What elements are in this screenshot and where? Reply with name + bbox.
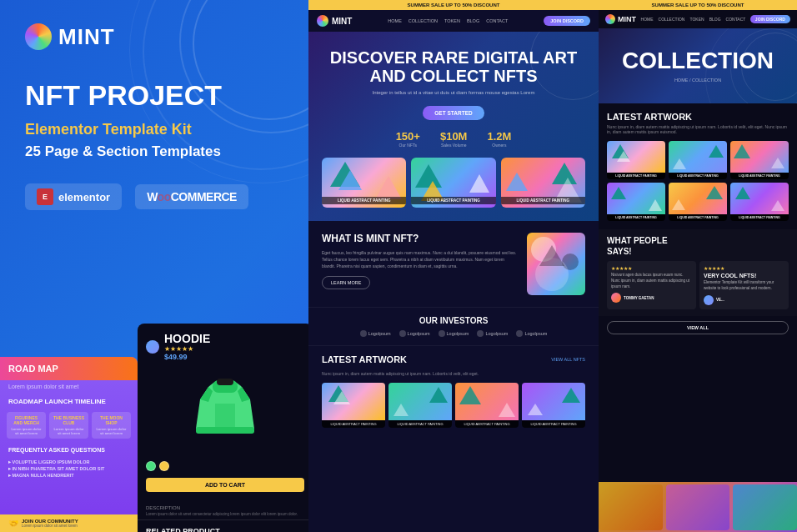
stat-owners-label: Owners — [487, 143, 511, 148]
right-artwork-text: Nunc ipsum in, diam autem mattis adipisc… — [607, 124, 789, 134]
hero-card-1[interactable]: LIQUID ABSTRACT PAINTING — [322, 158, 406, 208]
investor-2: Logolpsum — [399, 330, 430, 337]
collection-title: COLLECTION — [622, 49, 774, 73]
stat-nfts-value: 150+ — [396, 130, 420, 143]
faq-item-2: ▸ IN NIBH PHARETRA SIT AMET DOLOR SIT — [8, 466, 129, 471]
what-text: Eget faucus, leo fringilla pulvinar augu… — [322, 249, 517, 269]
nft-project-title: NFT PROJECT — [25, 80, 288, 111]
center-join-button[interactable]: JOIN DISCORD — [544, 16, 590, 26]
right-art-4[interactable]: LIQUID ABSTRACT PAINTING — [607, 183, 665, 221]
right-art-label-2: LIQUID ABSTRACT PAINTING — [669, 173, 727, 179]
right-art-grid: LIQUID ABSTRACT PAINTING LIQUID ABSTRACT… — [607, 141, 789, 221]
testimonials-list: ★★★★★ Nisivunt agen duis lacus ipsum eua… — [607, 261, 789, 309]
nav-link-collection[interactable]: COLLECTION — [409, 18, 438, 23]
nav-link-contact[interactable]: CONTACT — [486, 18, 508, 23]
artwork-item-2[interactable]: LIQUID ABSTRACT PAINTING — [388, 383, 452, 428]
right-logo-text: MINT — [618, 15, 636, 23]
woocommerce-label: WooCOMMERCE — [147, 190, 237, 203]
center-artwork-section: LATEST ARTWORK VIEW ALL NFTS Nunc ipsum … — [308, 346, 599, 436]
elementor-badge: E elementor — [25, 183, 122, 210]
center-top-bar: SUMMER SALE UP TO 50% DISCOUNT — [308, 0, 599, 10]
right-join-button[interactable]: JOIN DISCORD — [750, 15, 790, 23]
right-nav-collection[interactable]: COLLECTION — [659, 17, 685, 22]
right-nav-links: HOME COLLECTION TOKEN BLOG CONTACT — [641, 17, 746, 22]
right-art-img-5 — [669, 183, 727, 214]
roadmap-card: ROAD MAP Lorem ipsum dolor sit amet ROAD… — [0, 357, 138, 532]
center-nav-logo: MINT — [317, 15, 352, 27]
artwork-item-3[interactable]: LIQUID ABSTRACT PAINTING — [455, 383, 519, 428]
elementor-label: elementor — [58, 191, 110, 203]
investor-5: Logolpsum — [516, 330, 547, 337]
artwork-img-1 — [322, 383, 385, 420]
hoodie-color-options — [146, 461, 304, 471]
right-panel-collection: SUMMER SALE UP TO 50% DISCOUNT MINT HOME… — [599, 0, 797, 532]
nav-link-home[interactable]: HOME — [388, 18, 402, 23]
hoodie-card: HOODIE ★★★★★ $49.99 — [138, 324, 313, 532]
artwork-view-all-link[interactable]: VIEW ALL NFTS — [551, 357, 585, 362]
center-hero: DISCOVER RARE DIGITAL ART AND COLLECT NF… — [308, 32, 599, 221]
hero-title: DISCOVER RARE DIGITAL ART AND COLLECT NF… — [322, 48, 585, 85]
testimonial-1-name: TOMMY GAETAN — [624, 296, 654, 300]
artwork-description: Nunc ipsum in, diam autem mattis adipisc… — [322, 371, 585, 376]
artwork-label-2: LIQUID ABSTRACT PAINTING — [388, 420, 452, 428]
artwork-img-2 — [388, 383, 452, 420]
color-yellow[interactable] — [159, 461, 169, 471]
right-art-2[interactable]: LIQUID ABSTRACT PAINTING — [669, 141, 727, 179]
right-art-6[interactable]: LIQUID ABSTRACT PAINTING — [730, 183, 789, 221]
right-nav-token[interactable]: TOKEN — [689, 17, 704, 22]
testimonial-1-text: Nisivunt agen duis lacus ipsum euam nunc… — [611, 273, 692, 289]
description-label: DESCRIPTION — [146, 505, 304, 510]
center-nav: MINT HOME COLLECTION TOKEN BLOG CONTACT … — [308, 10, 599, 32]
testimonial-2-text: Elementor Template Kit will transform yo… — [704, 280, 784, 292]
roadmap-subtitle: Lorem ipsum dolor sit amet — [0, 380, 138, 394]
what-left: WHAT IS MINT NFT? Eget faucus, leo fring… — [322, 233, 517, 295]
nav-link-token[interactable]: TOKEN — [444, 18, 460, 23]
artwork-label-1: LIQUID ABSTRACT PAINTING — [322, 420, 385, 428]
partner-badges: E elementor WooCOMMERCE — [25, 183, 288, 210]
hero-card-3[interactable]: LIQUID ABSTRACT PAINTING — [501, 158, 585, 208]
right-nav-logo: MINT — [605, 14, 636, 24]
right-art-img-1 — [607, 141, 665, 173]
roadmap-item-2: THE BUSINESS CLUB Lorem ipsum dolor sit … — [49, 412, 88, 439]
right-art-3[interactable]: LIQUID ABSTRACT PAINTING — [730, 141, 789, 179]
center-nav-links: HOME COLLECTION TOKEN BLOG CONTACT — [388, 18, 508, 23]
hoodie-add-to-cart-button[interactable]: ADD TO CART — [146, 478, 304, 492]
right-view-all-button[interactable]: VIEW ALL — [607, 321, 789, 334]
elementor-icon: E — [37, 188, 53, 205]
roadmap-join-banner: 🤝 JOIN OUR COMMUNITY Lorem ipsum dolor s… — [0, 514, 138, 532]
artwork-img-3 — [455, 383, 519, 420]
what-title: WHAT IS MINT NFT? — [322, 233, 517, 244]
preview-2 — [666, 484, 730, 530]
right-top-bar: SUMMER SALE UP TO 50% DISCOUNT — [599, 0, 797, 10]
roadmap-timeline-label: ROADMAP LAUNCH TIMELINE — [0, 394, 138, 409]
stat-sales-label: Sales Volume — [440, 143, 468, 148]
artwork-item-1[interactable]: LIQUID ABSTRACT PAINTING — [322, 383, 385, 428]
right-nav-home[interactable]: HOME — [641, 17, 654, 22]
right-bottom-preview — [599, 482, 797, 532]
right-nav-contact[interactable]: CONTACT — [726, 17, 746, 22]
hero-nft-cards: LIQUID ABSTRACT PAINTING LIQUID ABSTRACT… — [322, 158, 585, 208]
right-logo-icon — [605, 14, 615, 24]
roadmap-item-1: FIGURINES AND MERCH Lorem ipsum dolor si… — [7, 412, 46, 439]
hero-cta-button[interactable]: GET STARTED — [423, 106, 484, 120]
stat-sales: $10M Sales Volume — [440, 130, 468, 148]
right-art-1[interactable]: LIQUID ABSTRACT PAINTING — [607, 141, 665, 179]
center-logo-text: MINT — [332, 17, 352, 26]
nav-link-blog[interactable]: BLOG — [467, 18, 479, 23]
right-art-label-1: LIQUID ABSTRACT PAINTING — [607, 173, 665, 179]
hero-card-3-label: LIQUID ABSTRACT PAINTING — [501, 197, 585, 204]
right-art-5[interactable]: LIQUID ABSTRACT PAINTING — [669, 183, 727, 221]
abstract-art-image — [527, 233, 585, 295]
artwork-img-4 — [522, 383, 585, 420]
right-nav-blog[interactable]: BLOG — [709, 17, 721, 22]
hero-card-2[interactable]: LIQUID ABSTRACT PAINTING — [411, 158, 495, 208]
artwork-item-4[interactable]: LIQUID ABSTRACT PAINTING — [522, 383, 585, 428]
preview-3 — [733, 484, 797, 530]
what-learn-more-button[interactable]: LEARN MORE — [322, 276, 370, 289]
color-green[interactable] — [146, 461, 156, 471]
right-nav: MINT HOME COLLECTION TOKEN BLOG CONTACT … — [599, 10, 797, 28]
roadmap-title: ROAD MAP — [0, 357, 138, 380]
hoodie-image — [146, 366, 304, 458]
testimonial-1-author: TOMMY GAETAN — [611, 293, 692, 303]
investor-1: Logolpsum — [360, 330, 391, 337]
